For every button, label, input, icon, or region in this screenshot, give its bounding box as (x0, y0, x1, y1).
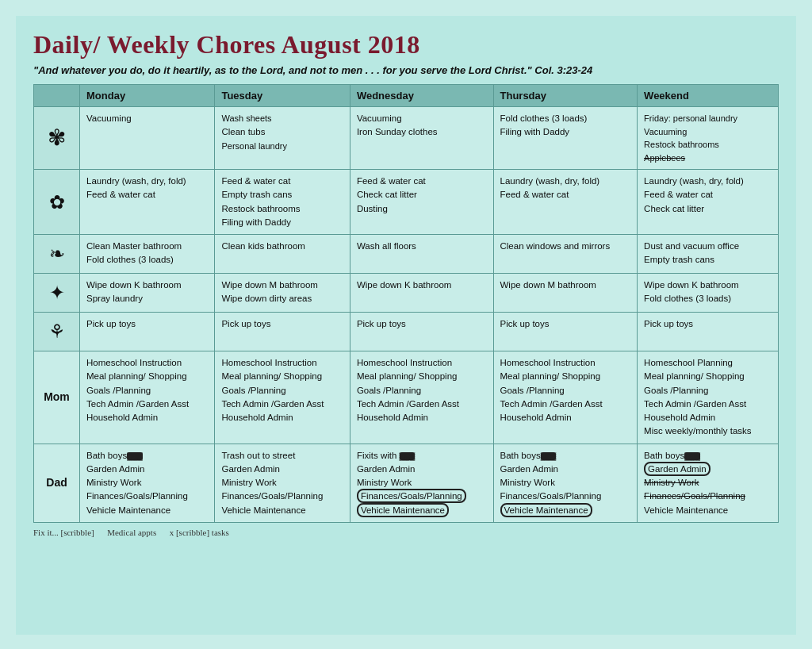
handwritten-text: Wash sheets (221, 113, 271, 123)
row5-weekend: Pick up toys (638, 313, 779, 351)
strikethrough-text: Applebees (644, 153, 685, 163)
row-icon-3: ❧ (34, 235, 80, 274)
row2-tuesday: Feed & water catEmpty trash cansRestock … (215, 170, 350, 235)
row5-wednesday: Pick up toys (350, 313, 493, 351)
circled-text-2: Vehicle Maintenance (357, 503, 449, 517)
strikethrough-finances: Finances/Goals/Planning (644, 491, 745, 501)
row-icon-2: ✿ (34, 170, 80, 235)
dad-monday: Bath boys▓▓▓ Garden Admin Ministry Work … (80, 444, 215, 522)
handwritten-text2: Personal laundry (221, 141, 287, 151)
row2-wednesday: Feed & water catCheck cat litterDusting (350, 170, 493, 235)
row4-thursday: Wipe down M bathroom (493, 274, 638, 313)
mom-monday: Homeschool Instruction Meal planning/ Sh… (80, 351, 215, 444)
chore-icon-3: ❧ (49, 240, 65, 268)
friday-note: Friday: personal laundry (644, 113, 737, 123)
footer-right: x [scribble] tasks (170, 528, 229, 537)
col-wednesday: Wednesday (350, 85, 493, 107)
row4-wednesday: Wipe down K bathroom (350, 274, 493, 313)
strikethrough-ministry: Ministry Work (644, 478, 699, 487)
col-thursday: Thursday (493, 85, 638, 107)
table-row: ❧ Clean Master bathroomFold clothes (3 l… (34, 235, 779, 274)
row3-thursday: Clean windows and mirrors (493, 235, 638, 274)
table-row: ✦ Wipe down K bathroomSpray laundry Wipe… (34, 274, 779, 313)
chores-table: Monday Tuesday Wednesday Thursday Weeken… (33, 84, 779, 523)
table-row: ✾ Vacuuming Wash sheets Clean tubs Perso… (34, 107, 779, 170)
table-row-mom: Mom Homeschool Instruction Meal planning… (34, 351, 779, 444)
mom-tuesday: Homeschool Instruction Meal planning/ Sh… (215, 351, 350, 444)
table-row: ✿ Laundry (wash, dry, fold)Feed & water … (34, 170, 779, 235)
footer-notes: Fix it... [scribble] Medical appts x [sc… (33, 528, 779, 537)
row1-thursday: Fold clothes (3 loads)Filing with Daddy (493, 107, 638, 170)
row5-tuesday: Pick up toys (215, 313, 350, 351)
row3-weekend: Dust and vacuum officeEmpty trash cans (638, 235, 779, 274)
chore-icon-5: ⚘ (48, 317, 66, 346)
row4-monday: Wipe down K bathroomSpray laundry (80, 274, 215, 313)
mom-weekend: Homeschool Planning Meal planning/ Shopp… (638, 351, 779, 444)
page-title: Daily/ Weekly Chores August 2018 (33, 30, 779, 60)
circled-text-1: Finances/Goals/Planning (357, 489, 466, 503)
chore-icon-4: ✦ (49, 278, 65, 307)
col-icon (34, 85, 80, 107)
page: Daily/ Weekly Chores August 2018 "And wh… (16, 16, 796, 635)
col-tuesday: Tuesday (215, 85, 350, 107)
row2-monday: Laundry (wash, dry, fold)Feed & water ca… (80, 170, 215, 235)
row4-weekend: Wipe down K bathroomFold clothes (3 load… (638, 274, 779, 313)
row5-thursday: Pick up toys (493, 313, 638, 351)
mom-wednesday: Homeschool Instruction Meal planning/ Sh… (350, 351, 493, 444)
dad-wednesday: Fixits with ▓▓▓ Garden Admin Ministry Wo… (350, 444, 493, 522)
dad-weekend: Bath boys▓▓▓ Garden Admin Ministry Work … (638, 444, 779, 522)
scripture-quote: "And whatever you do, do it heartily, as… (33, 64, 779, 76)
circled-text-4: Garden Admin (644, 462, 710, 476)
mom-label: Mom (34, 351, 80, 444)
row-icon-1: ✾ (34, 107, 80, 170)
row1-tuesday: Wash sheets Clean tubs Personal laundry (215, 107, 350, 170)
footer-left: Fix it... [scribble] (33, 528, 94, 537)
col-weekend: Weekend (638, 85, 779, 107)
col-monday: Monday (80, 85, 215, 107)
row1-wednesday: VacuumingIron Sunday clothes (350, 107, 493, 170)
row-icon-5: ⚘ (34, 313, 80, 351)
row2-thursday: Laundry (wash, dry, fold)Feed & water ca… (493, 170, 638, 235)
table-row-dad: Dad Bath boys▓▓▓ Garden Admin Ministry W… (34, 444, 779, 522)
chore-icon-1: ✾ (48, 121, 66, 155)
mom-thursday: Homeschool Instruction Meal planning/ Sh… (493, 351, 638, 444)
dad-label: Dad (34, 444, 80, 522)
row5-monday: Pick up toys (80, 313, 215, 351)
row4-tuesday: Wipe down M bathroomWipe down dirty area… (215, 274, 350, 313)
table-row: ⚘ Pick up toys Pick up toys Pick up toys… (34, 313, 779, 351)
dad-thursday: Bath boys▓▓▓ Garden Admin Ministry Work … (493, 444, 638, 522)
row1-monday: Vacuuming (80, 107, 215, 170)
row-icon-4: ✦ (34, 274, 80, 313)
row2-weekend: Laundry (wash, dry, fold)Feed & water ca… (638, 170, 779, 235)
row3-monday: Clean Master bathroomFold clothes (3 loa… (80, 235, 215, 274)
dad-tuesday: Trash out to street Garden Admin Ministr… (215, 444, 350, 522)
row1-weekend: Friday: personal laundry Vacuuming Resto… (638, 107, 779, 170)
footer-middle: Medical appts (107, 528, 156, 537)
row3-tuesday: Clean kids bathroom (215, 235, 350, 274)
row3-wednesday: Wash all floors (350, 235, 493, 274)
chore-icon-2: ✿ (49, 188, 65, 217)
circled-text-3: Vehicle Maintenance (500, 503, 592, 517)
